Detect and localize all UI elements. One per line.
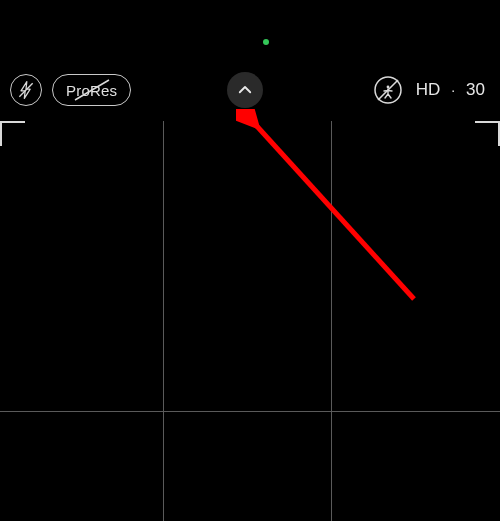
fps-selector[interactable]: 30 (466, 80, 485, 100)
action-mode-toggle[interactable] (371, 73, 405, 107)
grid-line-vertical (163, 121, 164, 521)
chevron-up-icon (236, 81, 254, 99)
flash-toggle[interactable] (10, 74, 42, 106)
frame-corner-top-left (0, 121, 25, 146)
camera-top-toolbar: ProRes HD · 30 (0, 72, 500, 108)
toolbar-left-group: ProRes (10, 74, 131, 106)
camera-viewfinder[interactable] (0, 121, 500, 521)
prores-toggle[interactable]: ProRes (52, 74, 131, 106)
frame-corner-top-right (475, 121, 500, 146)
svg-line-4 (378, 80, 398, 100)
privacy-indicator-dot (263, 39, 269, 45)
resolution-fps-separator: · (451, 83, 455, 97)
resolution-selector[interactable]: HD (416, 80, 441, 100)
expand-controls-button[interactable] (227, 72, 263, 108)
prores-label: ProRes (66, 82, 117, 99)
action-mode-off-icon (373, 75, 403, 105)
toolbar-right-group: HD · 30 (371, 73, 485, 107)
flash-off-icon (16, 80, 36, 100)
grid-line-vertical (331, 121, 332, 521)
grid-line-horizontal (0, 411, 500, 412)
